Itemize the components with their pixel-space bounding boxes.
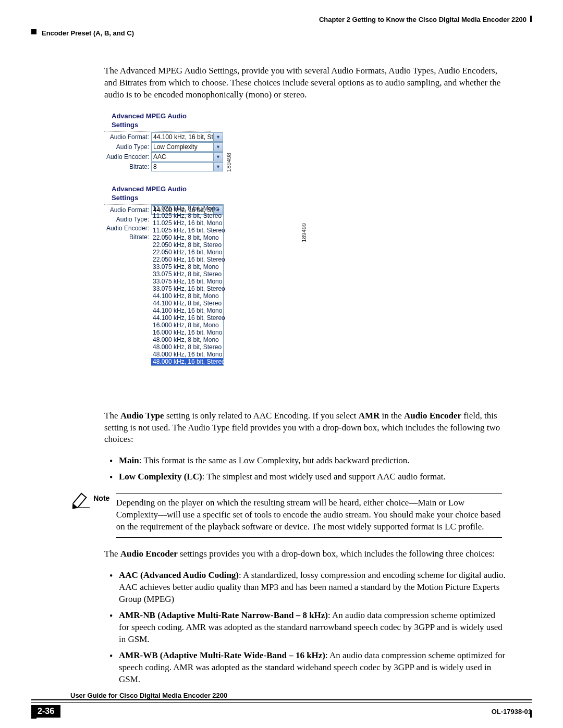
- list-item: Low Complexity (LC): The simplest and mo…: [109, 471, 506, 483]
- listbox-option[interactable]: 48.000 kHz, 8 bit, Mono: [151, 336, 223, 343]
- listbox-option[interactable]: 22.050 kHz, 8 bit, Stereo: [151, 241, 223, 249]
- chevron-down-icon: ▼: [213, 163, 223, 171]
- audio-type-value: Low Complexity: [153, 143, 198, 151]
- audio-format-label: Audio Format:: [104, 206, 151, 214]
- list-item: AMR-WB (Adaptive Multi-Rate Wide-Band – …: [109, 650, 506, 686]
- section-header: Encoder Preset (A, B, and C): [42, 29, 134, 37]
- audio-encoder-label: Audio Encoder:: [104, 224, 151, 232]
- note-text: Depending on the player on which the res…: [116, 493, 502, 538]
- listbox-option[interactable]: 22.050 kHz, 8 bit, Mono: [151, 234, 223, 241]
- bitrate-dropdown[interactable]: 8▼: [151, 162, 223, 171]
- audio-encoder-value: AAC: [153, 153, 166, 161]
- listbox-option[interactable]: 11.025 kHz, 16 bit, Stereo: [151, 227, 223, 234]
- listbox-option[interactable]: 22.050 kHz, 16 bit, Mono: [151, 249, 223, 256]
- note-block: Note Depending on the player on which th…: [73, 493, 506, 538]
- listbox-option[interactable]: 16.000 kHz, 16 bit, Mono: [151, 329, 223, 336]
- audio-encoder-dropdown[interactable]: AAC▼: [151, 152, 223, 162]
- listbox-option[interactable]: 44.100 kHz, 8 bit, Mono: [151, 292, 223, 300]
- audio-format-value: 44.100 kHz, 16 bit, Stere: [153, 133, 222, 141]
- chapter-header: Chapter 2 Getting to Know the Cisco Digi…: [319, 16, 527, 23]
- list-item: AAC (Advanced Audio Coding): A standardi…: [109, 570, 506, 606]
- footer-marker-right: [530, 710, 532, 718]
- footer-rule: [31, 699, 532, 703]
- list-item: Main: This format is the same as Low Com…: [109, 455, 506, 467]
- audio-encoder-label: Audio Encoder:: [104, 153, 151, 161]
- footer-marker-left: [31, 713, 36, 719]
- footer-title: User Guide for Cisco Digital Media Encod…: [70, 692, 532, 699]
- listbox-option[interactable]: 33.075 kHz, 8 bit, Mono: [151, 263, 223, 270]
- chevron-down-icon: ▼: [213, 143, 223, 151]
- bitrate-label: Bitrate:: [104, 233, 151, 241]
- figure-panel-2: Advanced MPEG Audio Settings Audio Forma…: [104, 183, 506, 242]
- audio-encoder-list: AAC (Advanced Audio Coding): A standardi…: [104, 570, 506, 685]
- audio-format-dropdown[interactable]: 44.100 kHz, 16 bit, Stere▼: [151, 132, 223, 142]
- audio-format-label: Audio Format:: [104, 133, 151, 141]
- chevron-down-icon: ▼: [213, 133, 223, 141]
- listbox-option[interactable]: 44.100 kHz, 16 bit, Mono: [151, 307, 223, 314]
- settings-panel-expanded: Advanced MPEG Audio Settings Audio Forma…: [104, 183, 223, 242]
- audio-type-label: Audio Type:: [104, 215, 151, 224]
- figure-panel-1: Advanced MPEG Audio Settings Audio Forma…: [104, 110, 506, 172]
- header-marker-right: [530, 16, 532, 22]
- figure-code: 189499: [300, 222, 308, 242]
- listbox-option[interactable]: 48.000 kHz, 8 bit, Stereo: [151, 343, 223, 351]
- audio-type-label: Audio Type:: [104, 143, 151, 151]
- intro-paragraph: The Advanced MPEG Audio Settings, provid…: [104, 65, 506, 101]
- listbox-option[interactable]: 44.100 kHz, 16 bit, Stereo: [151, 314, 223, 322]
- listbox-option[interactable]: 33.075 kHz, 16 bit, Mono: [151, 278, 223, 285]
- audio-format-listbox[interactable]: 11.025 kHz, 8 bit, Mono11.025 kHz, 8 bit…: [151, 204, 224, 366]
- listbox-option[interactable]: 48.000 kHz, 16 bit, Stereo: [151, 358, 223, 365]
- listbox-option[interactable]: 48.000 kHz, 16 bit, Mono: [151, 351, 223, 358]
- audio-type-paragraph: The Audio Type setting is only related t…: [104, 410, 506, 446]
- figure-code: 189498: [225, 152, 233, 172]
- pencil-icon: [73, 493, 89, 508]
- chevron-down-icon: ▼: [213, 153, 223, 161]
- content-body: The Advanced MPEG Audio Settings, provid…: [104, 65, 506, 695]
- page: Chapter 2 Getting to Know the Cisco Digi…: [0, 0, 563, 728]
- header-marker-left: [31, 29, 36, 34]
- audio-type-dropdown[interactable]: Low Complexity▼: [151, 142, 223, 152]
- panel-title: Advanced MPEG Audio Settings: [104, 110, 211, 132]
- listbox-option[interactable]: 44.100 kHz, 8 bit, Stereo: [151, 300, 223, 307]
- listbox-option[interactable]: 33.075 kHz, 16 bit, Stereo: [151, 285, 223, 292]
- audio-encoder-paragraph: The Audio Encoder settings provides you …: [104, 548, 506, 560]
- panel-title: Advanced MPEG Audio Settings: [104, 183, 211, 205]
- settings-panel-collapsed: Advanced MPEG Audio Settings Audio Forma…: [104, 110, 223, 172]
- list-item: AMR-NB (Adaptive Multi-Rate Narrow-Band …: [109, 610, 506, 646]
- bitrate-label: Bitrate:: [104, 163, 151, 171]
- footer: User Guide for Cisco Digital Media Encod…: [31, 692, 532, 718]
- listbox-option[interactable]: 11.025 kHz, 8 bit, Mono: [151, 205, 223, 212]
- audio-type-list: Main: This format is the same as Low Com…: [104, 455, 506, 483]
- listbox-option[interactable]: 33.075 kHz, 8 bit, Stereo: [151, 270, 223, 278]
- bitrate-value: 8: [153, 163, 157, 171]
- listbox-option[interactable]: 16.000 kHz, 8 bit, Mono: [151, 322, 223, 329]
- listbox-option[interactable]: 22.050 kHz, 16 bit, Stereo: [151, 256, 223, 263]
- doc-id: OL-17938-01: [492, 708, 532, 715]
- note-label: Note: [93, 493, 109, 503]
- listbox-option[interactable]: 11.025 kHz, 16 bit, Mono: [151, 219, 223, 227]
- listbox-option[interactable]: 11.025 kHz, 8 bit, Stereo: [151, 212, 223, 219]
